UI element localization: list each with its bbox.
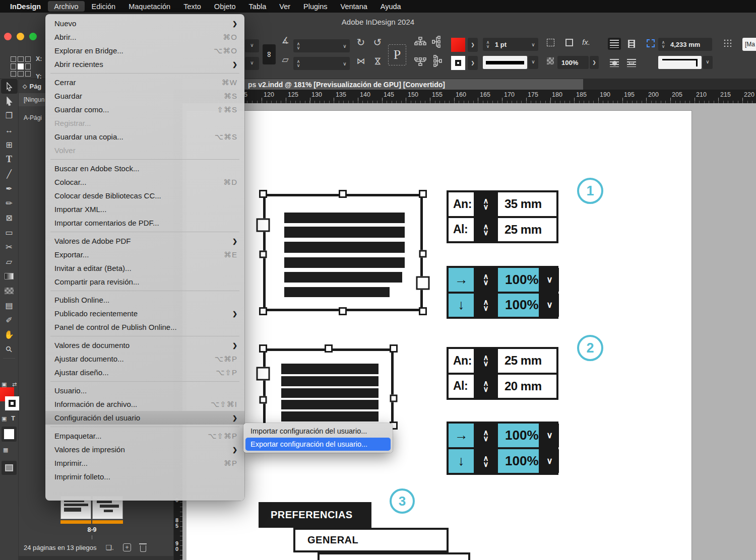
new-page-button[interactable]: + [123, 543, 131, 551]
menu-item-empaquetar[interactable]: Empaquetar...⌥⇧⌘P [45, 429, 244, 443]
menubar-item-ventana[interactable]: Ventana [335, 1, 373, 12]
line-style-preview-dropdown[interactable] [658, 56, 702, 69]
menu-item-ajustar-documento[interactable]: Ajustar documento...⌥⌘P [45, 352, 244, 366]
menu-item-nuevo[interactable]: Nuevo❯ [45, 17, 244, 30]
align-left-icon[interactable] [432, 36, 442, 48]
menubar-item-archivo[interactable]: Archivo [48, 1, 84, 12]
stroke-style-chevron[interactable]: ∨ [528, 56, 538, 69]
type-tool[interactable]: T [1, 152, 18, 167]
menu-item-ajustar-dise-o[interactable]: Ajustar diseño...⌥⇧P [45, 366, 244, 379]
menu-item-guardar[interactable]: Guardar⌘S [45, 89, 244, 103]
w-dropdown[interactable]: ∨ [245, 39, 259, 52]
constrain-proportions-icon[interactable]: ∞ [263, 44, 276, 64]
line-tool[interactable]: ╱ [1, 167, 18, 181]
text-wrap-jump-icon[interactable] [625, 57, 638, 69]
rotation-angle-icon[interactable]: ∡ [280, 35, 291, 46]
screen-mode-button[interactable] [2, 461, 17, 475]
reference-point-proxy[interactable] [11, 56, 31, 77]
menubar-item-ayuda[interactable]: Ayuda [374, 1, 407, 12]
menubar-item-edición[interactable]: Edición [86, 1, 122, 12]
formatting-text-icon[interactable]: T [11, 414, 15, 422]
close-window-button[interactable] [4, 33, 12, 40]
free-transform-tool[interactable]: ▱ [1, 254, 18, 269]
content-collector-tool[interactable]: ⊞ [1, 137, 18, 152]
object-styles-icon[interactable] [723, 39, 731, 47]
text-wrap-bounding-icon[interactable] [625, 38, 638, 50]
menubar-item-objeto[interactable]: Objeto [208, 1, 242, 12]
eyedropper-tool[interactable]: ✐ [1, 313, 18, 327]
menubar-item-texto[interactable]: Texto [177, 1, 207, 12]
fill-swatch-menu-button[interactable]: ❯ [468, 38, 478, 52]
edit-spreads-icon[interactable]: ❏. [106, 543, 114, 551]
menu-item-configuraci-n-del-usuario[interactable]: Configuración del usuario❯ [45, 411, 244, 425]
flip-horizontal-icon[interactable]: ⋈ [354, 56, 367, 66]
shear-angle-field[interactable]: ∧∨∨ [293, 57, 350, 70]
menu-item-invitar-a-editar-beta[interactable]: Invitar a editar (Beta)... [45, 261, 244, 275]
apply-gradient-icon[interactable]: ▦ [3, 447, 8, 453]
menubar-item-maquetación[interactable]: Maquetación [122, 1, 176, 12]
menu-item-importar-comentarios-de-pdf[interactable]: Importar comentarios de PDF... [45, 216, 244, 230]
align-bottom-icon[interactable] [414, 56, 426, 66]
text-wrap-object-icon[interactable] [608, 57, 621, 69]
menubar-item-ver[interactable]: Ver [273, 1, 296, 12]
menubar-item-tabla[interactable]: Tabla [243, 1, 273, 12]
menu-item-cerrar[interactable]: Cerrar⌘W [45, 76, 244, 89]
menu-item-importar-xml[interactable]: Importar XML... [45, 202, 244, 216]
rotate-cw-icon[interactable]: ↻ [354, 36, 367, 48]
menu-item-publish-online[interactable]: Publish Online... [45, 293, 244, 307]
gap-tool[interactable]: ↔ [1, 123, 18, 137]
gradient-tool[interactable] [1, 269, 18, 284]
menu-item-imprimir[interactable]: Imprimir...⌘P [45, 456, 244, 470]
opacity-menu-button[interactable]: ❯ [590, 56, 599, 69]
object-style-dropdown[interactable]: [Ma [742, 38, 756, 51]
rotate-ccw-icon[interactable]: ↺ [371, 36, 384, 48]
menu-item-colocar-desde-bibliotecas-cc[interactable]: Colocar desde Bibliotecas CC... [45, 189, 244, 202]
gradient-feather-tool[interactable] [1, 284, 18, 298]
apply-color-button[interactable] [2, 427, 17, 442]
menubar-app-name[interactable]: InDesign [4, 1, 47, 12]
menu-item-valores-de-adobe-pdf[interactable]: Valores de Adobe PDF❯ [45, 234, 244, 248]
menu-item-valores-de-documento[interactable]: Valores de documento❯ [45, 338, 244, 352]
rectangle-tool[interactable]: ▭ [1, 225, 18, 240]
menu-item-buscar-en-adobe-stock[interactable]: Buscar en Adobe Stock... [45, 162, 244, 175]
align-top-icon[interactable] [414, 37, 426, 47]
pen-tool[interactable]: ✒ [1, 181, 18, 196]
menu-item-publicado-recientemente[interactable]: Publicado recientemente❯ [45, 307, 244, 320]
opacity-field[interactable]: 100% [557, 56, 589, 69]
scissors-tool[interactable]: ✂ [1, 240, 18, 254]
document-canvas[interactable] [182, 103, 756, 560]
page-tool[interactable]: ❐ [1, 108, 18, 123]
h-dropdown[interactable]: ∨ [245, 57, 259, 70]
menu-item-guardar-como[interactable]: Guardar como...⇧⌘S [45, 103, 244, 116]
frame-tool[interactable]: ⊠ [1, 211, 18, 225]
shear-angle-icon[interactable]: ▱ [280, 54, 291, 65]
zoom-tool[interactable]: ⚲ [1, 342, 18, 357]
submenu-item-exportar-configuraci-n-del-usuario[interactable]: Exportar configuración del usuario... [245, 438, 391, 451]
minimize-window-button[interactable] [17, 33, 24, 40]
menu-item-abrir[interactable]: Abrir...⌘O [45, 30, 244, 44]
corner-options-icon[interactable] [547, 39, 554, 46]
stroke-weight-field[interactable]: ∧∨1 pt∨ [483, 38, 538, 51]
menu-item-usuario[interactable]: Usuario... [45, 384, 244, 397]
menu-item-explorar-en-bridge[interactable]: Explorar en Bridge...⌥⌘O [45, 44, 244, 57]
submenu-item-importar-configuraci-n-del-usuario[interactable]: Importar configuración del usuario... [245, 425, 391, 438]
stroke-color-swatch[interactable] [451, 56, 465, 70]
formatting-container-icon[interactable]: ▣ [2, 415, 7, 422]
fill-color-swatch[interactable] [451, 38, 465, 52]
menu-item-informaci-n-de-archivo[interactable]: Información de archivo...⌥⇧⌘I [45, 397, 244, 411]
rotation-angle-field[interactable]: ∧∨∨ [293, 39, 350, 52]
menubar-item-plugins[interactable]: Plugins [297, 1, 334, 12]
menu-item-exportar[interactable]: Exportar...⌘E [45, 248, 244, 261]
text-wrap-none-icon[interactable] [608, 38, 621, 50]
effects-button[interactable]: fx. [582, 38, 590, 46]
menu-item-abrir-recientes[interactable]: Abrir recientes❯ [45, 57, 244, 71]
opacity-checker-icon[interactable] [547, 57, 554, 64]
flip-vertical-icon[interactable]: ⋈ [372, 55, 383, 68]
menu-item-guardar-una-copia[interactable]: Guardar una copia...⌥⌘S [45, 130, 244, 144]
hand-tool[interactable]: ✋ [1, 327, 18, 342]
align-right-icon[interactable] [432, 55, 442, 67]
menu-item-panel-de-control-de-publish-online[interactable]: Panel de control de Publish Online... [45, 320, 244, 334]
direct-selection-tool[interactable] [1, 94, 18, 108]
corner-shape-icon[interactable] [565, 39, 573, 46]
stroke-swatch-menu-button[interactable]: ❯ [468, 56, 478, 70]
